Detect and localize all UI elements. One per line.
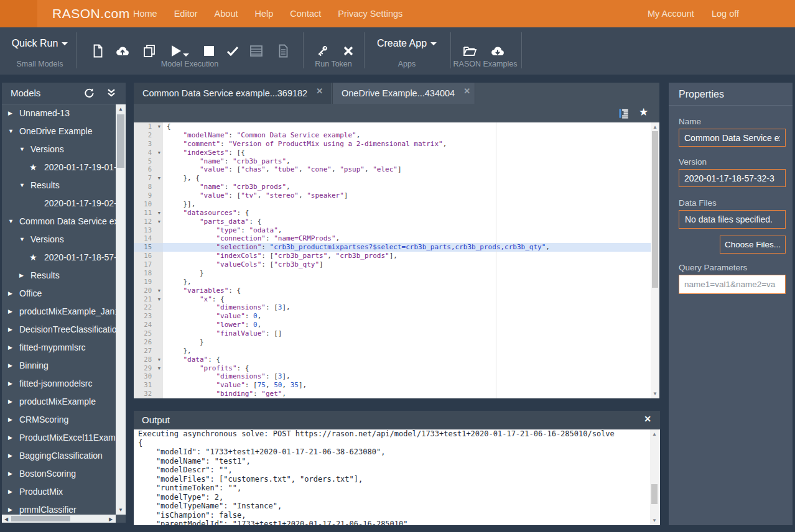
cloud-download-icon[interactable]: [490, 44, 505, 58]
tree-item-onedrive-example[interactable]: ▼OneDrive Example: [2, 122, 116, 140]
code-line-22[interactable]: 22 "dimensions": [3],: [134, 303, 659, 312]
tree-item-decisiontreeclassification[interactable]: ▶DecisionTreeClassification: [2, 321, 116, 339]
nav-link-log-off[interactable]: Log off: [712, 9, 739, 19]
tree-item-unnamed-13[interactable]: ▶Unnamed-13: [2, 104, 116, 122]
name-field[interactable]: [679, 129, 786, 147]
expand-arrow-icon[interactable]: ▶: [8, 483, 12, 501]
expand-arrow-icon[interactable]: ▶: [8, 375, 12, 393]
gutter-line-number[interactable]: 12▼: [134, 218, 163, 226]
tree-item-fitted-jsonmodelsrc[interactable]: ▶fitted-jsonmodelsrc: [2, 375, 116, 393]
fold-arrow-icon[interactable]: ▼: [158, 296, 160, 305]
expand-arrow-icon[interactable]: ▶: [8, 357, 12, 375]
tree-item-productmixexample-jan14[interactable]: ▶productMixExample_Jan14: [2, 303, 116, 321]
output-console[interactable]: Executing asynchronous solve: POST https…: [134, 429, 660, 525]
nav-link-home[interactable]: Home: [133, 9, 157, 19]
code-line-3[interactable]: 3 "comment": "Version of ProductMix usin…: [134, 140, 659, 149]
editor-tab-common-data-service[interactable]: Common Data Service example...369182✕: [134, 83, 331, 104]
output-vertical-scrollbar[interactable]: ▲ ▼: [650, 429, 659, 525]
nav-link-contact[interactable]: Contact: [290, 9, 321, 19]
gutter-line-number[interactable]: 7▼: [134, 174, 163, 183]
stop-icon[interactable]: [202, 44, 216, 58]
code-line-21[interactable]: 21▼ "x": {: [134, 295, 659, 304]
run-options-caret-icon[interactable]: [183, 49, 189, 60]
nav-link-privacy-settings[interactable]: Privacy Settings: [338, 9, 402, 19]
scroll-right-arrow-icon[interactable]: ▶: [108, 516, 114, 522]
code-line-24[interactable]: 24 "lower": 0,: [134, 321, 659, 329]
collapse-arrow-icon[interactable]: ▼: [19, 231, 25, 249]
create-app-dropdown[interactable]: Create App: [369, 38, 445, 49]
expand-arrow-icon[interactable]: ▶: [8, 501, 12, 515]
code-line-12[interactable]: 12▼ "parts_data": {: [134, 218, 659, 226]
nav-link-editor[interactable]: Editor: [174, 9, 198, 19]
editor-tab-onedrive-example-4[interactable]: OneDrive Example...434004✕: [332, 83, 475, 104]
copy-icon[interactable]: [142, 44, 157, 58]
code-line-18[interactable]: 18 }: [134, 269, 659, 278]
favorite-star-icon[interactable]: ★: [639, 106, 648, 119]
scrollbar-thumb[interactable]: [652, 131, 658, 288]
gutter-line-number[interactable]: 15: [134, 243, 163, 252]
gutter-line-number[interactable]: 2: [134, 131, 163, 140]
tree-item-bostonscoring[interactable]: ▶BostonScoring: [2, 465, 116, 483]
gutter-line-number[interactable]: 30: [134, 372, 163, 381]
code-editor[interactable]: 1▼{2 "modelName": "Common Data Service e…: [134, 122, 659, 398]
gutter-line-number[interactable]: 21▼: [134, 295, 163, 304]
close-icon[interactable]: ✕: [644, 414, 651, 424]
expand-arrow-icon[interactable]: ▶: [8, 104, 12, 122]
code-line-5[interactable]: 5 "name": "crb3b_parts",: [134, 157, 659, 166]
results-table-icon[interactable]: [249, 44, 264, 58]
code-line-8[interactable]: 8 "name": "crb3b_prods",: [134, 183, 659, 191]
query-parameters-input[interactable]: [679, 275, 786, 294]
gutter-line-number[interactable]: 16: [134, 252, 163, 260]
gutter-line-number[interactable]: 23: [134, 312, 163, 321]
gutter-line-number[interactable]: 4▼: [134, 149, 163, 157]
tree-item-results[interactable]: ▶Results: [2, 267, 116, 285]
code-line-2[interactable]: 2 "modelName": "Common Data Service exam…: [134, 131, 659, 140]
version-field[interactable]: [679, 169, 786, 187]
expand-arrow-icon[interactable]: ▶: [8, 447, 12, 465]
fold-arrow-icon[interactable]: ▼: [158, 175, 160, 183]
code-line-13[interactable]: 13 "type": "odata",: [134, 226, 659, 235]
check-icon[interactable]: [225, 44, 240, 58]
gutter-line-number[interactable]: 27: [134, 347, 163, 355]
tree-item-binning[interactable]: ▶Binning: [2, 357, 116, 375]
results-document-icon[interactable]: [276, 44, 291, 58]
code-line-19[interactable]: 19 },: [134, 278, 659, 287]
tree-item-fitted-mypmmlsrc[interactable]: ▶fitted-mypmmlsrc: [2, 339, 116, 357]
expand-arrow-icon[interactable]: ▶: [19, 267, 24, 285]
gutter-line-number[interactable]: 28▼: [134, 355, 163, 364]
run-icon[interactable]: [168, 44, 183, 58]
fold-arrow-icon[interactable]: ▼: [158, 287, 160, 296]
gutter-line-number[interactable]: 20▼: [134, 287, 163, 295]
code-line-23[interactable]: 23 "value": 0,: [134, 312, 659, 321]
code-line-15[interactable]: 15 "selection": "crb3b_productmixpartses…: [134, 243, 659, 252]
tree-item-productmix[interactable]: ▶ProductMix: [2, 483, 116, 501]
collapse-arrow-icon[interactable]: ▼: [19, 177, 25, 195]
expand-arrow-icon[interactable]: ▶: [8, 429, 12, 447]
scroll-up-arrow-icon[interactable]: ▲: [116, 106, 126, 112]
code-line-28[interactable]: 28▼ "data": {: [134, 355, 659, 364]
scroll-down-arrow-icon[interactable]: ▼: [651, 391, 659, 397]
gutter-line-number[interactable]: 8: [134, 183, 163, 191]
code-line-10[interactable]: 10 }],: [134, 200, 659, 209]
gutter-line-number[interactable]: 24: [134, 321, 163, 329]
format-document-icon[interactable]: [618, 108, 630, 119]
models-horizontal-scrollbar[interactable]: ◀ ▶: [2, 515, 116, 523]
expand-arrow-icon[interactable]: ▶: [8, 303, 12, 321]
code-line-27[interactable]: 27 },: [134, 347, 659, 355]
gutter-line-number[interactable]: 32: [134, 390, 163, 398]
code-line-26[interactable]: 26 }: [134, 338, 659, 347]
new-file-icon[interactable]: [90, 44, 105, 58]
quick-run-dropdown[interactable]: Quick Run: [5, 38, 75, 49]
fold-arrow-icon[interactable]: ▼: [158, 356, 160, 365]
scroll-up-arrow-icon[interactable]: ▲: [650, 431, 659, 437]
collapse-arrow-icon[interactable]: ▼: [8, 213, 14, 231]
code-line-30[interactable]: 30 "dimensions": [3],: [134, 372, 659, 381]
expand-arrow-icon[interactable]: ▶: [8, 465, 12, 483]
gutter-line-number[interactable]: 9: [134, 191, 163, 200]
models-vertical-scrollbar[interactable]: ▲ ▼: [116, 104, 126, 515]
gutter-line-number[interactable]: 25: [134, 329, 163, 338]
tree-item-versions[interactable]: ▼Versions: [2, 231, 116, 249]
nav-link-about[interactable]: About: [215, 9, 238, 19]
tree-item-pmmlclassifier[interactable]: ▶pmmlClassifier: [2, 501, 116, 515]
tree-item-baggingclassification[interactable]: ▶BaggingClassification: [2, 447, 116, 465]
